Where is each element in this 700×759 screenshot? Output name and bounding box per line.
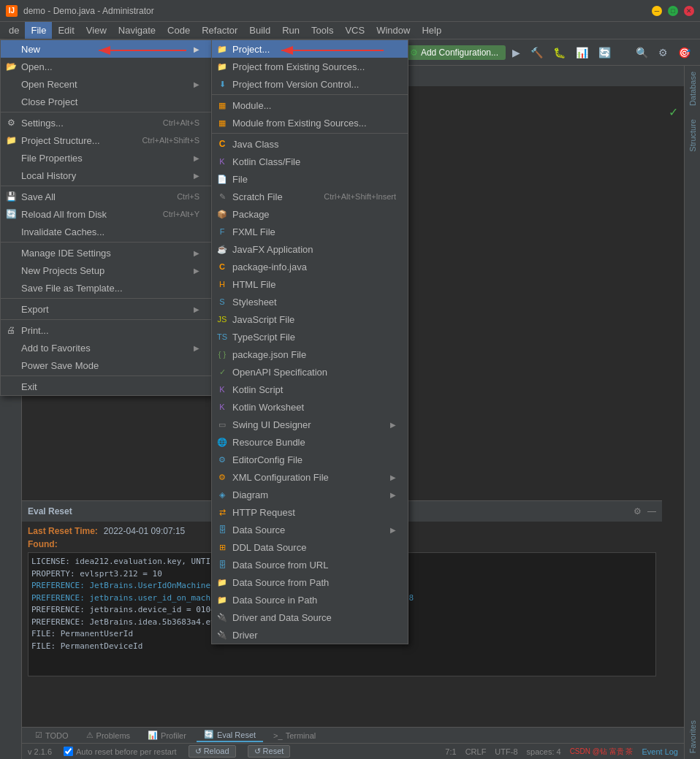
submenu-kotlin-class-item[interactable]: K Kotlin Class/File <box>212 153 408 170</box>
menu-settings-item[interactable]: ⚙ Settings... Ctrl+Alt+S <box>1 114 211 131</box>
menu-item-run[interactable]: Run <box>276 22 305 39</box>
tab-todo[interactable]: ☑ TODO <box>28 729 76 741</box>
menu-open-recent-item[interactable]: Open Recent ▶ <box>1 75 211 93</box>
submenu-module-existing-item[interactable]: ▦ Module from Existing Sources... <box>212 114 408 131</box>
submenu-editorconfig-item[interactable]: ⚙ EditorConfig File <box>212 451 408 468</box>
menu-print-item[interactable]: 🖨 Print... <box>1 321 211 339</box>
fxml-icon: F <box>216 226 228 237</box>
submenu-javafx-item[interactable]: ☕ JavaFX Application <box>212 240 408 258</box>
submenu-project-vcs-item[interactable]: ⬇ Project from Version Control... <box>212 75 408 93</box>
debug-button[interactable]: 🐛 <box>549 45 569 61</box>
close-button[interactable]: ✕ <box>684 6 694 16</box>
menu-file-properties-item[interactable]: File Properties ▶ <box>1 149 211 167</box>
submenu-project-existing-item[interactable]: 📁 Project from Existing Sources... <box>212 58 408 75</box>
submenu-diagram-item[interactable]: ◈ Diagram ▶ <box>212 486 408 503</box>
datasource-in-path-label: Data Source in Path <box>232 595 317 606</box>
menu-item-code[interactable]: Code <box>161 22 196 39</box>
add-configuration-button[interactable]: ⚙ Add Configuration... <box>403 45 506 60</box>
submenu-js-item[interactable]: JS JavaScript File <box>212 310 408 328</box>
menu-item-edit[interactable]: Edit <box>52 22 80 39</box>
maximize-button[interactable]: □ <box>668 6 678 16</box>
panel-settings-icon[interactable]: ⚙ <box>634 506 642 516</box>
coverage-button[interactable]: 📊 <box>572 45 592 61</box>
auto-reset-checkbox[interactable]: Auto reset before per restart <box>64 747 177 756</box>
menu-save-as-template-item[interactable]: Save File as Template... <box>1 279 211 297</box>
submenu-openapi-item[interactable]: ✓ OpenAPI Specification <box>212 363 408 381</box>
run-button[interactable]: ▶ <box>509 45 524 61</box>
settings-shortcut: Ctrl+Alt+S <box>163 118 199 127</box>
auto-reset-input[interactable] <box>64 747 73 756</box>
menu-add-favorites-item[interactable]: Add to Favorites ▶ <box>1 339 211 356</box>
submenu-xml-config-item[interactable]: ⚙ XML Configuration File ▶ <box>212 468 408 486</box>
reload-btn[interactable]: ↺ Reload <box>189 745 236 758</box>
menu-new-item[interactable]: New ▶ <box>1 40 211 58</box>
menu-new-projects-setup-item[interactable]: New Projects Setup ▶ <box>1 262 211 279</box>
submenu-project-item[interactable]: 📁 Project... <box>212 40 408 58</box>
menu-power-save-item[interactable]: Power Save Mode <box>1 356 211 374</box>
submenu-datasource-url-item[interactable]: 🗄 Data Source from URL <box>212 556 408 573</box>
right-tab-favorites[interactable]: Favorites <box>686 714 699 759</box>
right-tab-database[interactable]: Database <box>686 66 699 112</box>
menu-item-view[interactable]: View <box>80 22 113 39</box>
menu-item-de[interactable]: de <box>3 22 25 39</box>
menu-item-refactor[interactable]: Refactor <box>196 22 243 39</box>
tab-eval-reset[interactable]: 🔄 Eval Reset <box>197 728 263 742</box>
submenu-datasource-in-path-item[interactable]: 📁 Data Source in Path <box>212 591 408 609</box>
reset-btn[interactable]: ↺ Reset <box>248 745 291 758</box>
tab-profiler[interactable]: 📊 Profiler <box>140 729 194 741</box>
menu-item-window[interactable]: Window <box>370 22 416 39</box>
submenu-scratch-file-item[interactable]: ✎ Scratch File Ctrl+Alt+Shift+Insert <box>212 188 408 205</box>
menu-manage-ide-settings-item[interactable]: Manage IDE Settings ▶ <box>1 244 211 262</box>
submenu-http-request-item[interactable]: ⇄ HTTP Request <box>212 503 408 521</box>
submenu-kotlin-script-item[interactable]: K Kotlin Script <box>212 381 408 398</box>
right-tab-structure[interactable]: Structure <box>686 113 699 158</box>
search-everywhere-button[interactable]: 🔍 <box>632 45 652 61</box>
submenu-driver-item[interactable]: 🔌 Driver <box>212 626 408 644</box>
submenu-file-item[interactable]: 📄 File <box>212 170 408 188</box>
settings-button[interactable]: ⚙ <box>655 45 672 61</box>
submenu-resource-bundle-item[interactable]: 🌐 Resource Bundle <box>212 433 408 451</box>
separator-3 <box>1 242 211 243</box>
submenu-package-info-item[interactable]: C package-info.java <box>212 258 408 275</box>
menu-export-item[interactable]: Export ▶ <box>1 300 211 318</box>
minimize-button[interactable]: ─ <box>652 6 662 16</box>
menu-item-file[interactable]: File <box>25 22 52 39</box>
new-projects-setup-label: New Projects Setup <box>21 265 104 276</box>
menu-open-item[interactable]: 📂 Open... <box>1 58 211 75</box>
menu-project-structure-item[interactable]: 📁 Project Structure... Ctrl+Alt+Shift+S <box>1 131 211 149</box>
help-button[interactable]: 🎯 <box>674 45 694 61</box>
submenu-stylesheet-item[interactable]: S Stylesheet <box>212 293 408 310</box>
submenu-java-class-item[interactable]: C Java Class <box>212 135 408 153</box>
tab-terminal[interactable]: >_ Terminal <box>266 730 323 741</box>
submenu-driver-datasource-item[interactable]: 🔌 Driver and Data Source <box>212 609 408 626</box>
tab-problems[interactable]: ⚠ Problems <box>79 729 137 741</box>
submenu-fxml-item[interactable]: F FXML File <box>212 223 408 240</box>
reload-button[interactable]: 🔄 <box>595 45 615 61</box>
menu-item-help[interactable]: Help <box>416 22 447 39</box>
event-log-btn[interactable]: Event Log <box>642 747 678 756</box>
submenu-package-json-item[interactable]: { } package.json File <box>212 346 408 363</box>
menu-close-project-item[interactable]: Close Project <box>1 93 211 110</box>
menu-save-all-item[interactable]: 💾 Save All Ctrl+S <box>1 188 211 205</box>
submenu-datasource-path-item[interactable]: 📁 Data Source from Path <box>212 573 408 591</box>
menu-item-tools[interactable]: Tools <box>305 22 339 39</box>
menu-item-vcs[interactable]: VCS <box>339 22 370 39</box>
menu-item-navigate[interactable]: Navigate <box>113 22 161 39</box>
menu-item-build[interactable]: Build <box>243 22 276 39</box>
submenu-data-source-item[interactable]: 🗄 Data Source ▶ <box>212 521 408 538</box>
submenu-ddl-item[interactable]: ⊞ DDL Data Source <box>212 538 408 556</box>
build-icon[interactable]: 🔨 <box>527 45 547 61</box>
submenu-swing-ui-item[interactable]: ▭ Swing UI Designer ▶ <box>212 416 408 433</box>
menu-local-history-item[interactable]: Local History ▶ <box>1 167 211 184</box>
submenu-module-item[interactable]: ▦ Module... <box>212 96 408 114</box>
menu-exit-item[interactable]: Exit <box>1 378 211 395</box>
submenu-html-item[interactable]: H HTML File <box>212 275 408 293</box>
new-projects-setup-icon <box>5 264 17 276</box>
menu-reload-disk-item[interactable]: 🔄 Reload All from Disk Ctrl+Alt+Y <box>1 205 211 223</box>
submenu-package-item[interactable]: 📦 Package <box>212 205 408 223</box>
submenu-ts-item[interactable]: TS TypeScript File <box>212 328 408 346</box>
panel-close-icon[interactable]: — <box>647 506 656 516</box>
sub-separator-1 <box>212 94 408 95</box>
submenu-kotlin-worksheet-item[interactable]: K Kotlin Worksheet <box>212 398 408 416</box>
menu-invalidate-caches-item[interactable]: Invalidate Caches... <box>1 223 211 240</box>
